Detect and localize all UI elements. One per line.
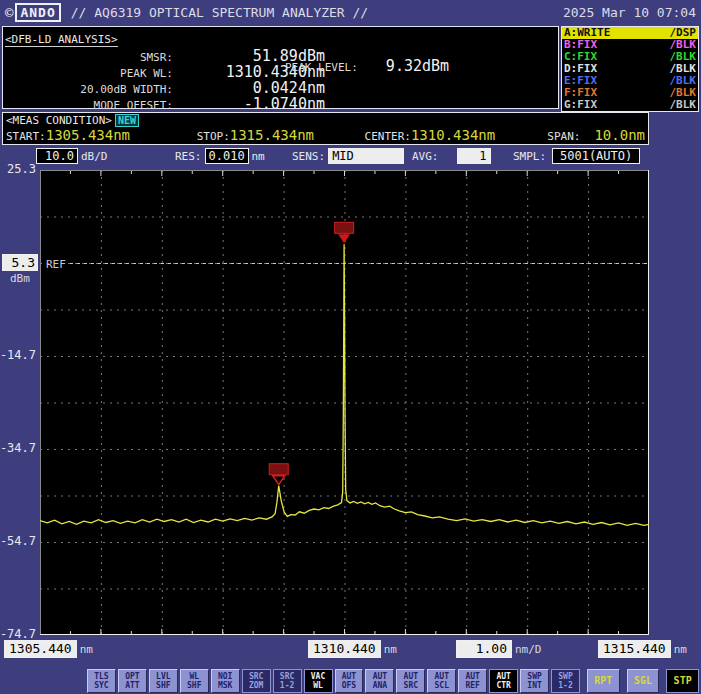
x-start-group: 1305.440 nm — [4, 640, 93, 658]
softkey-src-1-2[interactable]: SRC1-2 — [273, 669, 302, 693]
start-field: START: 1305.434nm — [6, 127, 197, 143]
dfb-ld-analysis-panel: <DFB-LD ANALYSIS> SMSR: 51.89dBm PEAK WL… — [2, 26, 559, 109]
softkey-aut-ana[interactable]: AUTANA — [365, 669, 394, 693]
meas-condition-header: <MEAS CONDITION> NEW — [6, 114, 645, 127]
softkey-sgl[interactable]: SGL — [627, 669, 660, 693]
softkey-label-line2: MSK — [218, 681, 232, 690]
stop-label: STOP: — [197, 130, 230, 143]
softkey-toolbar: TLSSYCOPTATTLVLSHFWLSHFNOIMSKSRCZOMSRC1-… — [0, 667, 701, 694]
analysis-row-mode-offset: MODE OFFSET: -1.0740nm — [5, 95, 556, 111]
side-mode-marker-label-badge — [269, 464, 288, 475]
softkey-label-line1: VAC — [311, 672, 325, 681]
level-scale-field[interactable]: 10.0 — [36, 148, 78, 164]
x-stop-unit: nm — [674, 643, 687, 656]
softkey-noi-msk[interactable]: NOIMSK — [211, 669, 240, 693]
ref-level-field[interactable]: 5.3 — [2, 254, 38, 271]
softkey-src-zom[interactable]: SRCZOM — [242, 669, 271, 693]
softkey-wl-shf[interactable]: WLSHF — [180, 669, 209, 693]
softkey-aut-ctr[interactable]: AUTCTR — [489, 669, 518, 693]
softkey-swp-1-2[interactable]: SWP1-2 — [551, 669, 580, 693]
softkey-label-line2: WL — [313, 681, 323, 690]
res-field[interactable]: 0.010 — [205, 148, 249, 164]
side-mode-marker-triangle — [273, 476, 285, 485]
softkey-label-line1: OPT — [125, 672, 139, 681]
softkey-aut-scl[interactable]: AUTSCL — [427, 669, 456, 693]
meas-condition-values: START: 1305.434nm STOP: 1315.434nm CENTE… — [6, 127, 645, 144]
softkey-lvl-shf[interactable]: LVLSHF — [149, 669, 178, 693]
meas-condition-title: <MEAS CONDITION> — [6, 114, 112, 127]
softkey-label-line1: STP — [674, 676, 692, 685]
softkey-rpt[interactable]: RPT — [587, 669, 620, 693]
sens-field[interactable]: MID — [328, 148, 404, 164]
titlebar: © ANDO // AQ6319 OPTICAL SPECTRUM ANALYZ… — [0, 0, 701, 25]
settings-row: 10.0 dB/D RES: 0.010 nm SENS: MID AVG: 1… — [0, 147, 701, 167]
stop-field: STOP: 1315.434nm — [197, 127, 365, 143]
softkey-opt-att[interactable]: OPTATT — [118, 669, 147, 693]
x-start-field[interactable]: 1305.440 — [4, 640, 77, 658]
sampling-group: SMPL: 5001(AUTO) — [513, 148, 640, 164]
softkey-label-line2: CTR — [496, 681, 510, 690]
softkey-label-line2: ZOM — [249, 681, 263, 690]
stop-value[interactable]: 1315.434nm — [230, 127, 314, 143]
softkey-label-line1: AUT — [342, 672, 356, 681]
smpl-field[interactable]: 5001(AUTO) — [552, 148, 640, 164]
analysis-row-smsr: SMSR: 51.89dBm — [5, 47, 556, 63]
peak-marker-triangle — [338, 234, 350, 243]
width-label: 20.00dB WIDTH: — [5, 83, 173, 96]
sens-label: SENS: — [292, 150, 325, 163]
softkey-label-line2: ATT — [125, 681, 139, 690]
softkey-label-line2: 1-2 — [280, 681, 294, 690]
softkey-tls-syc[interactable]: TLSSYC — [87, 669, 116, 693]
span-label: SPAN: — [547, 130, 580, 143]
trace-row-g[interactable]: G:FIX/BLK — [562, 99, 698, 111]
center-value[interactable]: 1310.434nm — [411, 127, 495, 143]
res-unit: nm — [252, 150, 265, 163]
peak-level-group: PEAK LEVEL: 9.32dBm — [285, 57, 449, 75]
avg-field[interactable]: 1 — [457, 148, 491, 164]
analysis-row-peak-wl: PEAK WL: 1310.4340nm — [5, 63, 556, 79]
ref-level-unit: dBm — [10, 272, 30, 285]
softkey-aut-src[interactable]: AUTSRC — [396, 669, 425, 693]
softkey-label-line2: SYC — [94, 681, 108, 690]
trace-mode: /BLK — [670, 99, 697, 111]
window-title: // AQ6319 OPTICAL SPECTRUM ANALYZER // — [71, 5, 368, 20]
x-stop-group: 1315.440 nm — [598, 640, 687, 658]
span-value[interactable]: 10.0nm — [594, 127, 645, 143]
softkey-label-line1: AUT — [435, 672, 449, 681]
peak-wl-label: PEAK WL: — [5, 67, 173, 80]
softkey-label-line1: SWP — [558, 672, 572, 681]
start-value[interactable]: 1305.434nm — [46, 127, 130, 143]
softkey-label-line2: OFS — [342, 681, 356, 690]
softkey-aut-ofs[interactable]: AUTOFS — [335, 669, 364, 693]
softkey-vac-wl[interactable]: VACWL — [304, 669, 333, 693]
mode-offset-value: -1.0740nm — [173, 95, 325, 113]
center-field: CENTER: 1310.434nm — [365, 127, 548, 143]
trace-a-line — [40, 244, 649, 525]
osa-screen: © ANDO // AQ6319 OPTICAL SPECTRUM ANALYZ… — [0, 0, 701, 694]
avg-label: AVG: — [412, 150, 439, 163]
softkey-label-line1: AUT — [373, 672, 387, 681]
meas-condition-panel: <MEAS CONDITION> NEW START: 1305.434nm S… — [2, 112, 649, 145]
side-mode-marker-icon — [269, 464, 288, 485]
softkey-stp[interactable]: STP — [666, 669, 699, 693]
softkey-label-line2: SHF — [156, 681, 170, 690]
y-axis-label-4: -54.7 — [0, 534, 36, 548]
ando-logo: ANDO — [15, 3, 60, 22]
start-label: START: — [6, 130, 46, 143]
span-field: SPAN: 10.0nm — [547, 127, 645, 143]
average-group: AVG: 1 — [412, 148, 491, 164]
softkey-swp-int[interactable]: SWPINT — [520, 669, 549, 693]
x-stop-field[interactable]: 1315.440 — [598, 640, 671, 658]
peak-marker-label-badge — [335, 222, 354, 233]
x-start-unit: nm — [80, 643, 93, 656]
x-scale-group: 1.00 nm/D — [456, 640, 542, 658]
trace-status-panel: A:WRITE/DSPB:FIX/BLKC:FIX/BLKD:FIX/BLKE:… — [561, 26, 699, 112]
softkey-label-line1: RPT — [594, 676, 612, 685]
softkey-label-line1: NOI — [218, 672, 232, 681]
level-scale-unit: dB/D — [81, 150, 108, 163]
x-scale-field[interactable]: 1.00 — [456, 640, 512, 658]
x-scale-unit: nm/D — [515, 643, 542, 656]
softkey-aut-ref[interactable]: AUTREF — [458, 669, 487, 693]
x-center-field[interactable]: 1310.440 — [308, 640, 381, 658]
peak-level-label: PEAK LEVEL: — [285, 61, 358, 74]
